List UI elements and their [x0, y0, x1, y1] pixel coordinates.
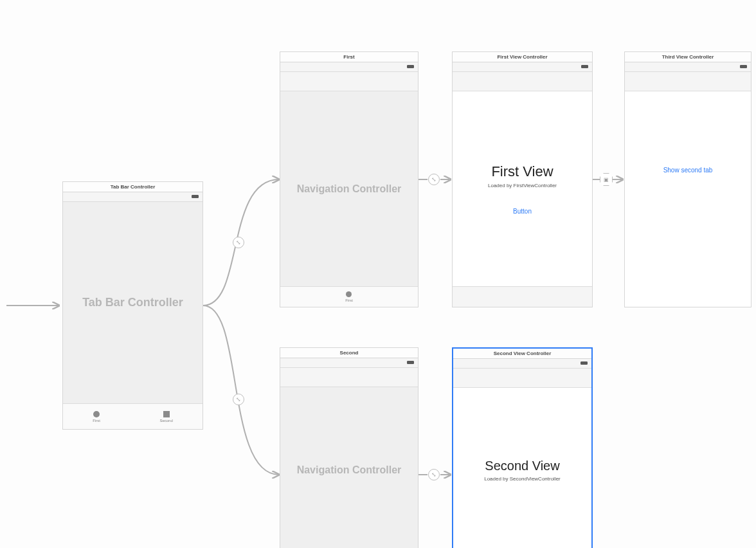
scene-content: Tab Bar Controller [63, 202, 203, 403]
tab-bar-placeholder [453, 286, 592, 307]
status-bar [625, 62, 751, 72]
placeholder-label: Tab Bar Controller [82, 296, 183, 309]
headline-label: First View [491, 163, 553, 180]
tab-label: First [93, 419, 100, 423]
segue-relationship-icon[interactable]: ⤡ [233, 394, 244, 405]
scene-title: Second [280, 348, 418, 358]
scene-third-view-controller[interactable]: Third View Controller Show second tab [624, 51, 752, 307]
status-bar [453, 359, 591, 369]
battery-icon [407, 361, 414, 364]
navigation-bar [453, 369, 591, 388]
scene-navigation-controller-first[interactable]: First Navigation Controller First [280, 51, 419, 307]
battery-icon [580, 361, 588, 365]
scene-content: Show second tab [625, 91, 751, 307]
scene-title: Tab Bar Controller [63, 182, 203, 192]
subline-label: Loaded by FirstViewController [488, 183, 557, 188]
placeholder-label: Navigation Controller [297, 183, 402, 195]
segue-root-icon[interactable]: ⤡ [428, 469, 440, 480]
placeholder-label: Navigation Controller [297, 464, 402, 476]
status-bar [280, 358, 418, 368]
scene-navigation-controller-second[interactable]: Second Navigation Controller [280, 347, 419, 548]
scene-second-view-controller[interactable]: Second View Controller Second View Loade… [452, 347, 593, 548]
scene-title: First View Controller [453, 52, 592, 62]
tab-item-first[interactable]: First [345, 291, 353, 302]
show-second-tab-button[interactable]: Show second tab [663, 167, 713, 174]
status-bar [453, 62, 592, 72]
navigation-bar [280, 368, 418, 387]
scene-title: First [280, 52, 418, 62]
battery-icon [581, 65, 588, 68]
scene-content: Navigation Controller [280, 91, 418, 286]
battery-icon [192, 195, 199, 198]
circle-icon [93, 411, 100, 417]
tab-bar: First [280, 286, 418, 307]
scene-content: First View Loaded by FirstViewController… [453, 91, 592, 286]
tab-bar: First Second [63, 403, 203, 429]
scene-title: Third View Controller [625, 52, 751, 62]
status-bar [63, 192, 203, 202]
tab-item-first[interactable]: First [93, 411, 100, 423]
scene-content: Navigation Controller [280, 387, 418, 548]
status-bar [280, 62, 418, 72]
segue-root-icon[interactable]: ⤡ [428, 174, 440, 185]
segue-show-icon[interactable]: ▣ [600, 173, 613, 186]
tab-label: First [345, 298, 353, 302]
tab-item-second[interactable]: Second [159, 411, 172, 423]
segue-relationship-icon[interactable]: ⤡ [233, 237, 244, 248]
circle-icon [346, 291, 352, 297]
scene-title: Second View Controller [453, 349, 591, 359]
battery-icon [740, 65, 747, 68]
battery-icon [407, 65, 414, 68]
button[interactable]: Button [513, 208, 532, 215]
headline-label: Second View [485, 459, 559, 473]
square-icon [163, 411, 170, 417]
tab-label: Second [159, 419, 172, 423]
scene-first-view-controller[interactable]: First View Controller First View Loaded … [452, 51, 593, 307]
scene-content: Second View Loaded by SecondViewControll… [453, 388, 591, 548]
navigation-bar [625, 72, 751, 91]
navigation-bar [453, 72, 592, 91]
navigation-bar [280, 72, 418, 91]
scene-tab-bar-controller[interactable]: Tab Bar Controller Tab Bar Controller Fi… [62, 181, 203, 430]
subline-label: Loaded by SecondViewController [484, 476, 561, 482]
